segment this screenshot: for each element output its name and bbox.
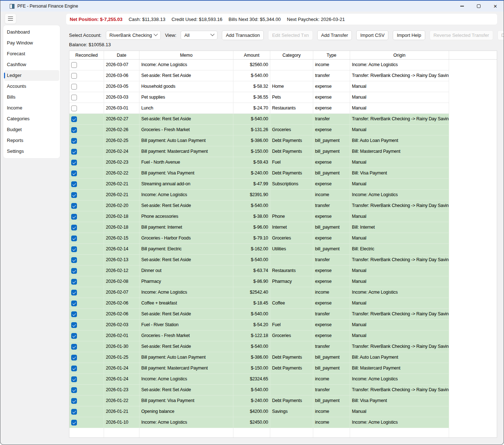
reconciled-checkbox[interactable] <box>71 311 77 317</box>
reconciled-checkbox[interactable] <box>71 116 77 122</box>
reconciled-checkbox[interactable] <box>71 203 77 209</box>
add-transfer-button[interactable]: Add Transfer <box>317 30 352 40</box>
table-row[interactable]: 2026-02-22 Bill payment: Visa Payment $-… <box>69 168 497 179</box>
reconciled-checkbox[interactable] <box>71 366 77 371</box>
reconciled-checkbox[interactable] <box>71 301 77 306</box>
sidebar-item-ledger[interactable]: Ledger <box>4 70 59 81</box>
table-row[interactable]: 2026-01-30 Set-aside: Rent Set Aside $-5… <box>69 341 497 352</box>
view-select[interactable]: All <box>181 31 217 40</box>
table-row[interactable]: 2026-02-18 Phone accessories $-38.00 Pho… <box>69 211 497 222</box>
table-row[interactable]: 2026-01-10 Income: Acme Logistics $2450.… <box>69 417 497 428</box>
sidebar-item-settings[interactable]: Settings <box>4 146 59 157</box>
reconciled-checkbox[interactable] <box>71 322 77 328</box>
table-row[interactable]: 2026-02-06 Set-aside: Rent Set Aside $-5… <box>69 309 497 320</box>
reconciled-checkbox[interactable] <box>71 160 77 165</box>
reconciled-checkbox[interactable] <box>71 290 77 295</box>
reconciled-checkbox[interactable] <box>71 214 77 220</box>
table-row[interactable]: 2026-02-07 Income: Acme Logistics $2542.… <box>69 287 497 298</box>
delete-selected-manual-txn-button[interactable]: Delete Selected Manual Txn <box>497 30 504 40</box>
reconciled-checkbox[interactable] <box>71 149 77 155</box>
reconciled-checkbox[interactable] <box>71 355 77 360</box>
reconciled-checkbox[interactable] <box>71 420 77 425</box>
column-header-origin[interactable]: Origin <box>350 51 449 59</box>
close-button[interactable]: ✕ <box>487 1 504 12</box>
account-select[interactable]: RiverBank Checking <box>106 31 161 40</box>
edit-selected-txn-button[interactable]: Edit Selected Txn <box>268 30 313 40</box>
reconciled-checkbox[interactable] <box>71 84 77 90</box>
table-row[interactable]: 2026-02-20 Set-aside: Rent Set Aside $-5… <box>69 200 497 211</box>
column-header-amount[interactable]: Amount <box>233 51 270 59</box>
table-row[interactable]: 2026-03-06 Set-aside: Rent Set Aside $-5… <box>69 70 497 81</box>
reconciled-checkbox[interactable] <box>71 279 77 285</box>
reconciled-checkbox[interactable] <box>71 138 77 144</box>
sidebar-item-pay-window[interactable]: Pay Window <box>4 38 59 48</box>
table-row[interactable]: 2026-01-24 Income: Acme Logistics $2324.… <box>69 374 497 385</box>
sidebar-item-reports[interactable]: Reports <box>4 135 59 146</box>
table-row[interactable]: 2026-03-05 Household goods $-58.32 Home … <box>69 81 497 92</box>
table-row[interactable]: 2026-01-21 Opening balance $4200.00 Savi… <box>69 406 497 417</box>
reconciled-checkbox[interactable] <box>71 236 77 241</box>
reconciled-checkbox[interactable] <box>71 62 77 68</box>
table-row[interactable]: 2026-02-25 Bill payment: Auto Loan Payme… <box>69 135 497 146</box>
table-row[interactable]: 2026-02-26 Groceries - Fresh Market $-13… <box>69 125 497 135</box>
reconciled-checkbox[interactable] <box>71 409 77 415</box>
minimize-button[interactable] <box>454 1 470 12</box>
column-header-date[interactable]: Date <box>104 51 139 59</box>
table-row[interactable]: 2026-02-03 Fuel - River Station $-54.20 … <box>69 320 497 330</box>
table-row[interactable]: 2026-02-21 Streaming annual add-on $-47.… <box>69 179 497 190</box>
maximize-button[interactable] <box>470 1 487 12</box>
sidebar-item-accounts[interactable]: Accounts <box>4 81 59 92</box>
reconciled-checkbox[interactable] <box>71 333 77 339</box>
reconciled-checkbox[interactable] <box>71 73 77 79</box>
table-row[interactable]: 2026-02-12 Dinner out $-63.74 Restaurant… <box>69 265 497 276</box>
reconciled-checkbox[interactable] <box>71 170 77 176</box>
column-header-memo[interactable]: Memo <box>139 51 233 59</box>
reconciled-checkbox[interactable] <box>71 387 77 393</box>
table-row[interactable]: 2026-03-01 Lunch $-24.70 Restaurants exp… <box>69 103 497 114</box>
menu-button[interactable] <box>5 13 16 24</box>
reconciled-checkbox[interactable] <box>71 225 77 230</box>
sidebar-item-budget[interactable]: Budget <box>4 124 59 135</box>
reconciled-checkbox[interactable] <box>71 398 77 404</box>
table-row[interactable]: 2026-03-07 Income: Acme Logistics $2560.… <box>69 60 497 70</box>
column-header-type[interactable]: Type <box>313 51 350 59</box>
reconciled-checkbox[interactable] <box>71 95 77 100</box>
reconciled-checkbox[interactable] <box>71 268 77 274</box>
sidebar-item-forecast[interactable]: Forecast <box>4 48 59 59</box>
column-header-category[interactable]: Category <box>270 51 313 59</box>
reconciled-checkbox[interactable] <box>71 105 77 111</box>
table-row[interactable]: 2026-03-03 Pet supplies $-36.55 Pets exp… <box>69 92 497 103</box>
reconciled-checkbox[interactable] <box>71 181 77 187</box>
sidebar-item-cashflow[interactable]: Cashflow <box>4 59 59 70</box>
table-row[interactable]: 2026-02-13 Set-aside: Rent Set Aside $-5… <box>69 255 497 265</box>
table-row[interactable]: 2026-02-01 Groceries - Fresh Market $-12… <box>69 330 497 341</box>
column-header-reconciled[interactable]: Reconciled <box>69 51 104 59</box>
table-row[interactable]: 2026-02-27 Set-aside: Rent Set Aside $-5… <box>69 114 497 125</box>
table-row[interactable]: 2026-01-25 Bill payment: Auto Loan Payme… <box>69 352 497 363</box>
sidebar-item-dashboard[interactable]: Dashboard <box>4 27 59 38</box>
reconciled-checkbox[interactable] <box>71 344 77 350</box>
table-row[interactable]: 2026-02-18 Bill payment: Internet $-96.0… <box>69 222 497 233</box>
table-row[interactable]: 2026-02-24 Bill payment: Mastercard Paym… <box>69 146 497 157</box>
table-row[interactable]: 2026-01-23 Set-aside: Rent Set Aside $-5… <box>69 385 497 396</box>
reconciled-checkbox[interactable] <box>71 257 77 263</box>
reverse-selected-transfer-button[interactable]: Reverse Selected Transfer <box>430 30 493 40</box>
reconciled-checkbox[interactable] <box>71 376 77 382</box>
sidebar-item-categories[interactable]: Categories <box>4 113 59 124</box>
reconciled-checkbox[interactable] <box>71 192 77 198</box>
table-row[interactable]: 2026-01-24 Bill payment: Mastercard Paym… <box>69 363 497 374</box>
table-row[interactable]: 2026-02-14 Bill payment: Electric $-162.… <box>69 244 497 255</box>
reconciled-checkbox[interactable] <box>71 246 77 252</box>
import-help-button[interactable]: Import Help <box>393 30 425 40</box>
sidebar-item-bills[interactable]: Bills <box>4 92 59 103</box>
add-transaction-button[interactable]: Add Transaction <box>222 30 264 40</box>
table-row[interactable]: 2026-02-06 Coffee + breakfast $-18.45 Co… <box>69 298 497 309</box>
import-csv-button[interactable]: Import CSV <box>356 30 388 40</box>
table-row[interactable]: 2026-02-21 Income: Acme Logistics $2391.… <box>69 190 497 200</box>
table-row[interactable]: 2026-02-23 Fuel - North Avenue $-59.43 F… <box>69 157 497 168</box>
reconciled-checkbox[interactable] <box>71 127 77 133</box>
table-row[interactable]: 2026-01-22 Bill payment: Visa Payment $-… <box>69 396 497 406</box>
sidebar-item-income[interactable]: Income <box>4 103 59 113</box>
table-row[interactable]: 2026-02-08 Pharmacy $-86.90 Pharmacy exp… <box>69 276 497 287</box>
table-row[interactable]: 2026-02-15 Groceries - Harbor Foods $-79… <box>69 233 497 244</box>
